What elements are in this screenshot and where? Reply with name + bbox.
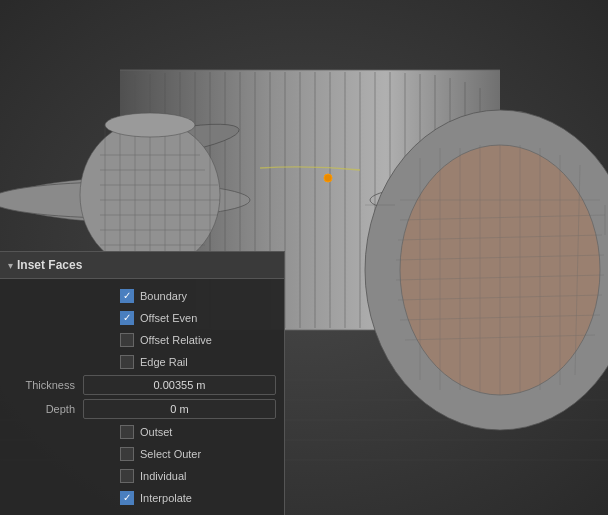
select-outer-row: Select Outer [0,443,284,465]
interpolate-label: Interpolate [140,492,192,504]
outset-label: Outset [140,426,172,438]
thickness-input[interactable] [83,375,276,395]
offset-even-row: Offset Even [0,307,284,329]
select-outer-label: Select Outer [140,448,201,460]
edge-rail-checkbox[interactable] [120,355,134,369]
boundary-row: Boundary [0,285,284,307]
panel-body: Boundary Offset Even Offset Relative Edg… [0,279,284,515]
thickness-row: Thickness [0,373,284,397]
depth-input[interactable] [83,399,276,419]
edge-rail-label: Edge Rail [140,356,188,368]
depth-label: Depth [8,403,83,415]
outset-checkbox[interactable] [120,425,134,439]
edge-rail-row: Edge Rail [0,351,284,373]
offset-even-label: Offset Even [140,312,197,324]
select-outer-checkbox[interactable] [120,447,134,461]
svg-point-55 [105,113,195,137]
panel-collapse-arrow[interactable]: ▾ [8,260,13,271]
thickness-label: Thickness [8,379,83,391]
boundary-label: Boundary [140,290,187,302]
offset-relative-row: Offset Relative [0,329,284,351]
offset-relative-label: Offset Relative [140,334,212,346]
depth-row: Depth [0,397,284,421]
svg-point-77 [324,174,332,182]
interpolate-checkbox[interactable] [120,491,134,505]
inset-faces-panel: ▾ Inset Faces Boundary Offset Even Offse… [0,251,285,515]
outset-row: Outset [0,421,284,443]
individual-label: Individual [140,470,186,482]
panel-header: ▾ Inset Faces [0,252,284,279]
individual-checkbox[interactable] [120,469,134,483]
boundary-checkbox[interactable] [120,289,134,303]
individual-row: Individual [0,465,284,487]
panel-title: Inset Faces [17,258,82,272]
interpolate-row: Interpolate [0,487,284,509]
offset-even-checkbox[interactable] [120,311,134,325]
offset-relative-checkbox[interactable] [120,333,134,347]
